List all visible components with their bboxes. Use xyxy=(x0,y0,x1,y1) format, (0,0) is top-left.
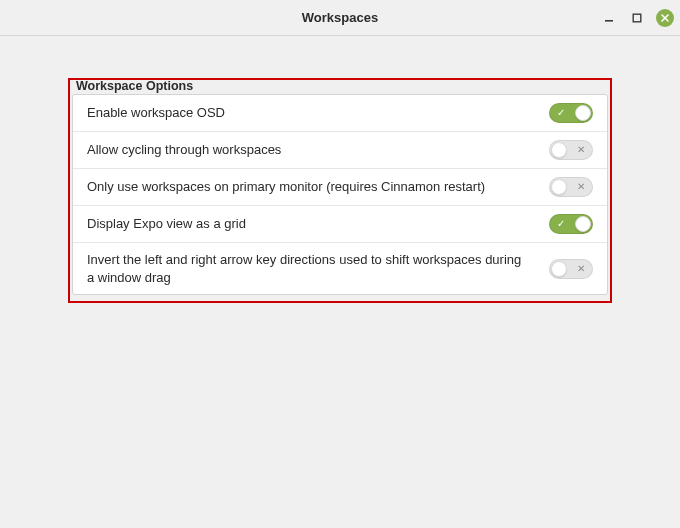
maximize-button[interactable] xyxy=(628,9,646,27)
toggle-expo-grid[interactable]: ✓ xyxy=(549,214,593,234)
minimize-icon xyxy=(604,13,614,23)
cross-icon: ✕ xyxy=(577,145,585,155)
option-enable-osd: Enable workspace OSD ✓ xyxy=(73,95,607,132)
workspace-options-panel: Workspace Options Enable workspace OSD ✓… xyxy=(68,78,612,303)
maximize-icon xyxy=(632,13,642,23)
cross-icon: ✕ xyxy=(577,264,585,274)
toggle-invert-arrows[interactable]: ✕ xyxy=(549,259,593,279)
option-invert-arrows: Invert the left and right arrow key dire… xyxy=(73,243,607,294)
toggle-primary-only[interactable]: ✕ xyxy=(549,177,593,197)
option-label: Display Expo view as a grid xyxy=(87,215,549,233)
close-button[interactable] xyxy=(656,9,674,27)
check-icon: ✓ xyxy=(557,219,565,229)
window-title: Workspaces xyxy=(302,10,378,25)
option-expo-grid: Display Expo view as a grid ✓ xyxy=(73,206,607,243)
panel-title: Workspace Options xyxy=(74,78,195,99)
options-list: Enable workspace OSD ✓ Allow cycling thr… xyxy=(72,94,608,295)
toggle-knob xyxy=(551,261,567,277)
svg-rect-0 xyxy=(605,20,613,22)
svg-rect-1 xyxy=(633,14,641,22)
option-label: Allow cycling through workspaces xyxy=(87,141,549,159)
toggle-allow-cycling[interactable]: ✕ xyxy=(549,140,593,160)
cross-icon: ✕ xyxy=(577,182,585,192)
option-label: Enable workspace OSD xyxy=(87,104,549,122)
minimize-button[interactable] xyxy=(600,9,618,27)
toggle-enable-osd[interactable]: ✓ xyxy=(549,103,593,123)
content-area: Workspace Options Enable workspace OSD ✓… xyxy=(0,36,680,303)
toggle-knob xyxy=(551,142,567,158)
option-label: Only use workspaces on primary monitor (… xyxy=(87,178,549,196)
toggle-knob xyxy=(551,179,567,195)
option-allow-cycling: Allow cycling through workspaces ✕ xyxy=(73,132,607,169)
toggle-knob xyxy=(575,105,591,121)
toggle-knob xyxy=(575,216,591,232)
close-icon xyxy=(660,13,670,23)
check-icon: ✓ xyxy=(557,108,565,118)
window-controls xyxy=(600,9,674,27)
option-label: Invert the left and right arrow key dire… xyxy=(87,251,549,286)
titlebar: Workspaces xyxy=(0,0,680,36)
option-primary-only: Only use workspaces on primary monitor (… xyxy=(73,169,607,206)
